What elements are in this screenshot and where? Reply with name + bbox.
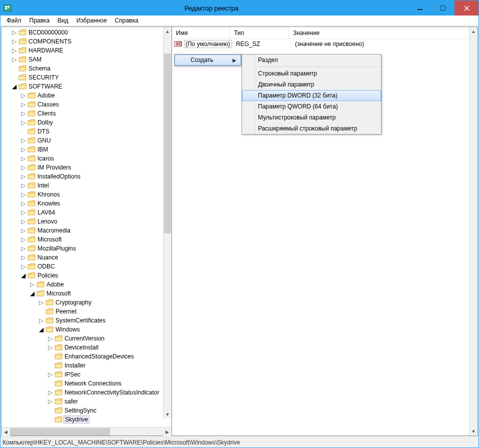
- collapse-icon[interactable]: ◢: [20, 272, 26, 278]
- tree-item[interactable]: DTS: [2, 127, 172, 136]
- expand-icon[interactable]: ▷: [46, 344, 54, 350]
- menu-help[interactable]: Справка: [111, 16, 142, 25]
- tree-vscroll-track[interactable]: [164, 36, 172, 410]
- expand-icon[interactable]: ▷: [10, 48, 18, 54]
- tree-item[interactable]: ▷HARDWARE: [2, 46, 172, 55]
- tree-item[interactable]: ▷Dolby: [2, 118, 172, 127]
- tree-item[interactable]: ▷Cryptography: [2, 298, 172, 307]
- close-button[interactable]: [454, 0, 478, 16]
- tree-item[interactable]: ◢Windows: [2, 325, 172, 334]
- ctx-new-qword[interactable]: Параметр QWORD (64 бита): [242, 101, 381, 112]
- expand-icon[interactable]: ▷: [20, 120, 26, 126]
- ctx-new-expandstring[interactable]: Расширяемый строковый параметр: [242, 123, 381, 134]
- expand-icon[interactable]: ▷: [20, 264, 26, 270]
- tree-item[interactable]: ▷ODBC: [2, 262, 172, 271]
- tree-hscroll-thumb[interactable]: [10, 428, 110, 436]
- tree-item[interactable]: ▷Adobe: [2, 91, 172, 100]
- menu-view[interactable]: Вид: [54, 16, 72, 25]
- header-name[interactable]: Имя: [172, 27, 230, 38]
- tree-item[interactable]: Schema: [2, 64, 172, 73]
- tree-item[interactable]: ▷DeviceInstall: [2, 343, 172, 352]
- expand-icon[interactable]: ▷: [20, 156, 26, 162]
- ctx-new[interactable]: Создать ▶: [174, 54, 241, 66]
- tree-item[interactable]: ▷MozillaPlugins: [2, 244, 172, 253]
- tree-hscrollbar[interactable]: ◀ ▶: [2, 427, 172, 436]
- tree-item[interactable]: ◢SOFTWARE: [2, 82, 172, 91]
- menu-edit[interactable]: Правка: [26, 16, 54, 25]
- expand-icon[interactable]: ▷: [20, 174, 26, 180]
- tree-item[interactable]: ▷Adobe: [2, 280, 172, 289]
- expand-icon[interactable]: ▷: [20, 236, 26, 242]
- tree-item[interactable]: Skydrive: [2, 415, 172, 424]
- expand-icon[interactable]: ▷: [10, 56, 18, 62]
- tree-item[interactable]: ▷Nuance: [2, 253, 172, 262]
- tree-item[interactable]: ▷Knowles: [2, 199, 172, 208]
- tree-item[interactable]: ▷Macromedia: [2, 226, 172, 235]
- tree-item[interactable]: ◢Policies: [2, 271, 172, 280]
- tree-item[interactable]: ▷Microsoft: [2, 235, 172, 244]
- tree-item[interactable]: ▷GNU: [2, 136, 172, 145]
- ctx-new-string[interactable]: Строковый параметр: [242, 68, 381, 79]
- tree-item[interactable]: ▷Classes: [2, 100, 172, 109]
- tree-item[interactable]: Installer: [2, 361, 172, 370]
- collapse-icon[interactable]: ◢: [38, 326, 44, 332]
- expand-icon[interactable]: ▷: [20, 210, 26, 216]
- values-vscroll-track[interactable]: [470, 36, 478, 427]
- tree-item[interactable]: ▷IBM: [2, 145, 172, 154]
- expand-icon[interactable]: ▷: [28, 282, 36, 288]
- menu-file[interactable]: Файл: [2, 16, 26, 25]
- tree-item[interactable]: Network Connections: [2, 379, 172, 388]
- tree-item[interactable]: ▷Intel: [2, 181, 172, 190]
- tree-item[interactable]: ▷Icaros: [2, 154, 172, 163]
- tree-item[interactable]: Peernet: [2, 307, 172, 316]
- tree-item[interactable]: ▷InstalledOptions: [2, 172, 172, 181]
- values-vscrollbar[interactable]: ▲ ▼: [469, 27, 478, 436]
- expand-icon[interactable]: ▷: [38, 300, 44, 306]
- tree-item[interactable]: ▷Clients: [2, 109, 172, 118]
- scroll-left-icon[interactable]: ◀: [2, 428, 10, 436]
- tree-item[interactable]: ▷BCD00000000: [2, 28, 172, 37]
- tree-vscroll-thumb[interactable]: [164, 54, 171, 234]
- ctx-new-multistring[interactable]: Мультистроковый параметр: [242, 112, 381, 123]
- registry-tree[interactable]: ▷BCD00000000▷COMPONENTS▷HARDWARE▷SAMSche…: [2, 27, 172, 425]
- expand-icon[interactable]: ▷: [46, 336, 54, 342]
- expand-icon[interactable]: ▷: [20, 200, 26, 206]
- tree-item[interactable]: ▷IM Providers: [2, 163, 172, 172]
- maximize-button[interactable]: [432, 0, 454, 16]
- expand-icon[interactable]: ▷: [20, 164, 26, 170]
- tree-item[interactable]: ▷COMPONENTS: [2, 37, 172, 46]
- expand-icon[interactable]: ▷: [10, 38, 18, 44]
- expand-icon[interactable]: ▷: [20, 182, 26, 188]
- tree-item[interactable]: ▷SystemCertificates: [2, 316, 172, 325]
- expand-icon[interactable]: ▷: [10, 30, 18, 36]
- tree-item[interactable]: ▷SAM: [2, 55, 172, 64]
- expand-icon[interactable]: ▷: [46, 372, 54, 378]
- tree-item[interactable]: ▷IPSec: [2, 370, 172, 379]
- expand-icon[interactable]: ▷: [20, 110, 26, 116]
- tree-item[interactable]: ▷safer: [2, 397, 172, 406]
- expand-icon[interactable]: ▷: [20, 138, 26, 144]
- collapse-icon[interactable]: ◢: [10, 84, 18, 90]
- tree-item[interactable]: ◢Microsoft: [2, 289, 172, 298]
- expand-icon[interactable]: ▷: [20, 228, 26, 234]
- tree-item[interactable]: ▷CurrentVersion: [2, 334, 172, 343]
- expand-icon[interactable]: ▷: [20, 102, 26, 108]
- tree-vscrollbar[interactable]: ▲ ▼: [163, 27, 172, 418]
- minimize-button[interactable]: [408, 0, 432, 16]
- scroll-up-icon[interactable]: ▲: [470, 27, 478, 36]
- tree-item[interactable]: SECURITY: [2, 73, 172, 82]
- scroll-down-icon[interactable]: ▼: [470, 427, 478, 436]
- tree-item[interactable]: ▷Khronos: [2, 190, 172, 199]
- ctx-new-binary[interactable]: Двоичный параметр: [242, 79, 381, 90]
- value-row[interactable]: ab (По умолчанию) REG_SZ (значение не пр…: [172, 39, 478, 49]
- expand-icon[interactable]: ▷: [20, 146, 26, 152]
- tree-item[interactable]: ▷Lenovo: [2, 217, 172, 226]
- ctx-new-key[interactable]: Раздел: [242, 54, 381, 66]
- scroll-right-icon[interactable]: ▶: [163, 428, 172, 436]
- tree-item[interactable]: SettingSync: [2, 406, 172, 415]
- expand-icon[interactable]: ▷: [20, 92, 26, 98]
- ctx-new-dword[interactable]: Параметр DWORD (32 бита): [242, 90, 381, 101]
- scroll-down-icon[interactable]: ▼: [164, 410, 172, 418]
- scroll-up-icon[interactable]: ▲: [164, 27, 172, 36]
- tree-item[interactable]: ▷NetworkConnectivityStatusIndicator: [2, 388, 172, 397]
